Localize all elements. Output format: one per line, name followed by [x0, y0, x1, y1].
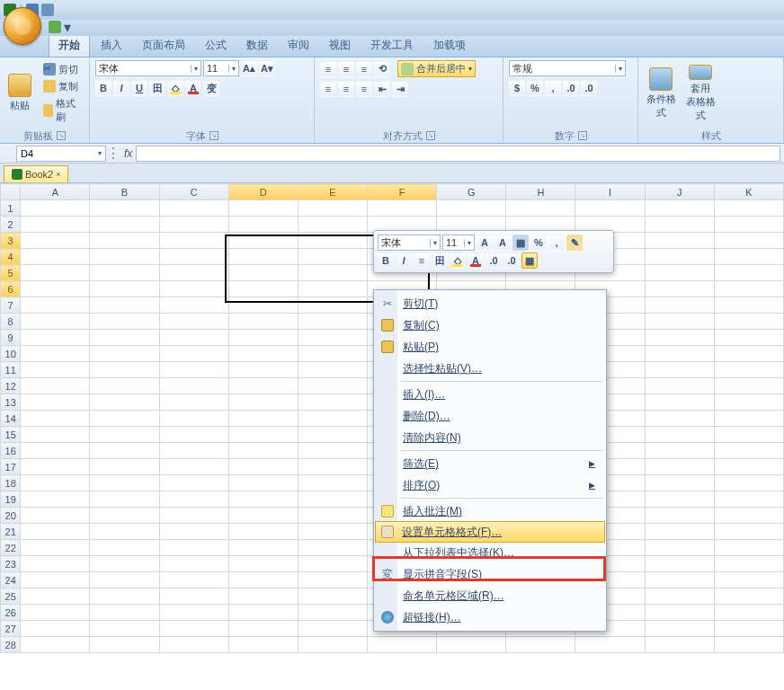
- cell[interactable]: [645, 588, 714, 605]
- cell[interactable]: [159, 281, 228, 297]
- cell[interactable]: [90, 475, 159, 491]
- cell[interactable]: [159, 508, 228, 524]
- decrease-decimal-icon[interactable]: .0: [581, 80, 597, 96]
- qat-dropdown-icon[interactable]: ▾: [64, 21, 71, 33]
- dialog-launcher-icon[interactable]: ↘: [209, 131, 218, 140]
- cell[interactable]: [645, 443, 714, 459]
- cell[interactable]: [298, 249, 367, 265]
- mini-font-combo[interactable]: 宋体▾: [378, 234, 441, 251]
- cell[interactable]: [159, 362, 228, 378]
- cell[interactable]: [90, 330, 159, 346]
- column-header[interactable]: D: [228, 184, 298, 200]
- mini-dec1-icon[interactable]: .0: [503, 252, 520, 269]
- row-header[interactable]: 19: [1, 491, 21, 508]
- increase-decimal-icon[interactable]: .0: [563, 80, 579, 96]
- cell[interactable]: [714, 637, 783, 653]
- cell[interactable]: [90, 362, 159, 378]
- ctx-name-range[interactable]: 命名单元格区域(R)…: [376, 585, 604, 606]
- align-left-icon[interactable]: ≡: [320, 81, 336, 97]
- align-right-icon[interactable]: ≡: [356, 81, 372, 97]
- cell[interactable]: [159, 605, 228, 621]
- cell[interactable]: [645, 605, 714, 621]
- row-header[interactable]: 13: [1, 394, 21, 411]
- orientation-icon[interactable]: ⟲: [374, 61, 390, 77]
- cell[interactable]: [645, 491, 714, 508]
- cell[interactable]: [21, 297, 90, 314]
- dialog-launcher-icon[interactable]: ↘: [57, 131, 66, 140]
- cell[interactable]: [714, 297, 783, 314]
- cell[interactable]: [159, 411, 228, 427]
- cell[interactable]: [298, 233, 367, 249]
- row-header[interactable]: 11: [1, 362, 21, 378]
- column-header[interactable]: C: [159, 184, 228, 200]
- cell[interactable]: [21, 314, 90, 330]
- row-header[interactable]: 17: [1, 459, 21, 475]
- cell[interactable]: [90, 411, 159, 427]
- row-header[interactable]: 10: [1, 346, 21, 362]
- cell[interactable]: [159, 491, 228, 508]
- cell[interactable]: [645, 540, 714, 556]
- mini-brush-icon[interactable]: ✎: [566, 234, 583, 251]
- cell[interactable]: [714, 378, 783, 394]
- cell[interactable]: [298, 475, 367, 491]
- cell[interactable]: [714, 621, 783, 637]
- cell[interactable]: [90, 588, 159, 605]
- cell[interactable]: [228, 330, 298, 346]
- mini-bold-icon[interactable]: B: [378, 252, 394, 269]
- cell[interactable]: [298, 459, 367, 475]
- cell[interactable]: [298, 427, 367, 443]
- row-header[interactable]: 9: [1, 330, 21, 346]
- cell[interactable]: [159, 394, 228, 411]
- cell[interactable]: [645, 314, 714, 330]
- row-header[interactable]: 14: [1, 411, 21, 427]
- cell[interactable]: [506, 200, 575, 217]
- cell[interactable]: [21, 508, 90, 524]
- cell[interactable]: [575, 200, 645, 217]
- cell[interactable]: [159, 297, 228, 314]
- cell[interactable]: [21, 346, 90, 362]
- column-header[interactable]: B: [90, 184, 159, 200]
- cell[interactable]: [21, 491, 90, 508]
- cell[interactable]: [228, 524, 298, 540]
- cell[interactable]: [714, 588, 783, 605]
- underline-button[interactable]: U: [131, 80, 147, 96]
- cell[interactable]: [714, 249, 783, 265]
- ctx-clear[interactable]: 清除内容(N): [376, 427, 604, 448]
- cell[interactable]: [298, 217, 367, 233]
- cell[interactable]: [228, 346, 298, 362]
- cell[interactable]: [645, 265, 714, 281]
- cell[interactable]: [298, 637, 367, 653]
- row-header[interactable]: 4: [1, 249, 21, 265]
- cell[interactable]: [298, 491, 367, 508]
- cell[interactable]: [645, 475, 714, 491]
- cell[interactable]: [645, 249, 714, 265]
- percent-icon[interactable]: %: [527, 80, 543, 96]
- cell[interactable]: [90, 637, 159, 653]
- paste-button[interactable]: 粘贴: [5, 65, 35, 122]
- ctx-hyperlink[interactable]: 超链接(H)…: [376, 606, 604, 628]
- cell[interactable]: [90, 297, 159, 314]
- ctx-filter[interactable]: 筛选(E)▶: [376, 453, 604, 474]
- row-header[interactable]: 27: [1, 621, 21, 637]
- cell[interactable]: [506, 637, 575, 653]
- cell[interactable]: [21, 605, 90, 621]
- cell[interactable]: [298, 378, 367, 394]
- decrease-indent-icon[interactable]: ⇤: [374, 81, 390, 97]
- cell[interactable]: [714, 572, 783, 588]
- cell[interactable]: [645, 200, 714, 217]
- cell[interactable]: [228, 411, 298, 427]
- column-header[interactable]: G: [437, 184, 506, 200]
- mini-grow-font-icon[interactable]: A: [477, 234, 493, 251]
- context-menu[interactable]: ✂剪切(T) 复制(C) 粘贴(P) 选择性粘贴(V)… 插入(I)… 删除(D…: [373, 289, 607, 632]
- ctx-copy[interactable]: 复制(C): [376, 314, 604, 336]
- mini-font-color-icon[interactable]: A: [468, 252, 484, 269]
- cell[interactable]: [645, 281, 714, 297]
- ctx-sort[interactable]: 排序(O)▶: [376, 474, 604, 496]
- cell[interactable]: [714, 427, 783, 443]
- cell[interactable]: [714, 330, 783, 346]
- cell[interactable]: [298, 540, 367, 556]
- cell[interactable]: [228, 556, 298, 572]
- cell[interactable]: [714, 346, 783, 362]
- phonetic-button[interactable]: 变: [203, 80, 219, 96]
- cell[interactable]: [90, 394, 159, 411]
